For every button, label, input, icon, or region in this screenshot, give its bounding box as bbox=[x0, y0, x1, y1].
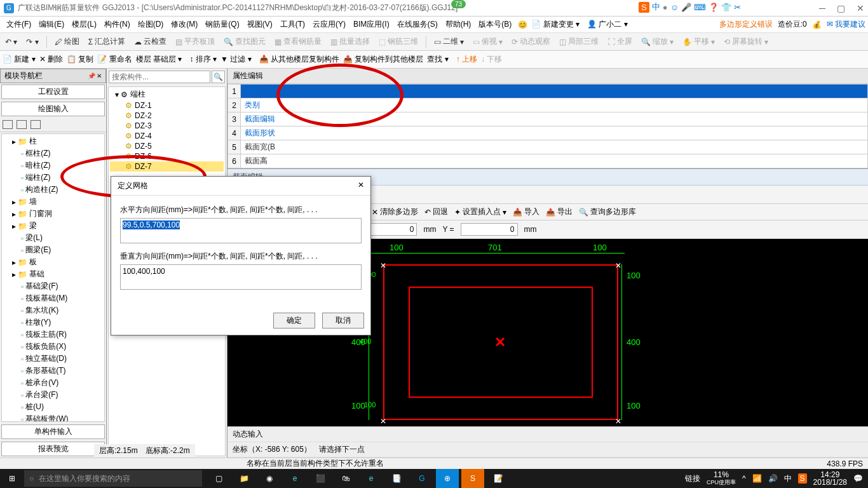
user-label[interactable]: 👤 广小二 ▾ bbox=[583, 19, 632, 30]
h-spacing-input[interactable]: 99.5,0.5,700,100 bbox=[120, 218, 362, 243]
view-icon-3[interactable] bbox=[31, 120, 41, 129]
new-button[interactable]: 📄 新建 ▾ bbox=[3, 54, 36, 65]
search-input[interactable] bbox=[109, 71, 210, 83]
menu-cloud[interactable]: 云应用(Y) bbox=[309, 19, 349, 30]
tray-clock[interactable]: 14:292018/1/28 bbox=[813, 471, 847, 486]
explorer-icon[interactable]: 📁 bbox=[233, 469, 255, 488]
property-row[interactable]: 6截面高 bbox=[228, 154, 868, 168]
menu-version[interactable]: 版本号(B) bbox=[475, 19, 515, 30]
new-change-button[interactable]: 📄 新建变更 ▾ bbox=[527, 19, 583, 30]
dynamic-view-button[interactable]: ⟳ 动态观察 bbox=[509, 36, 553, 47]
sum-button[interactable]: Σ 汇总计算 bbox=[86, 36, 128, 47]
tree-item[interactable]: ▫ 圈梁(E) bbox=[3, 244, 103, 256]
tree-item[interactable]: ▸ 📁 门窗洞 bbox=[3, 208, 103, 220]
menu-modify[interactable]: 修改(M) bbox=[167, 19, 201, 30]
menu-view[interactable]: 视图(V) bbox=[243, 19, 276, 30]
zoom-button[interactable]: 🔍 缩放 ▾ bbox=[639, 36, 676, 47]
tray-sogou-icon[interactable]: S bbox=[798, 473, 807, 484]
rename-button[interactable]: 📝 重命名 bbox=[97, 54, 132, 65]
list-item[interactable]: ⚙ DZ-7 bbox=[110, 161, 224, 172]
list-item[interactable]: ⚙ DZ-6 bbox=[110, 151, 224, 161]
tree-item[interactable]: ▸ 📁 柱 bbox=[3, 135, 103, 147]
copyfrom-button[interactable]: 📥 从其他楼层复制构件 bbox=[259, 54, 339, 65]
import-button[interactable]: 📥 导入 bbox=[513, 207, 539, 217]
list-item[interactable]: ⚙ DZ-4 bbox=[110, 131, 224, 141]
tray-ime-icon[interactable]: 中 bbox=[784, 473, 792, 484]
draw-input-button[interactable]: 绘图输入 bbox=[1, 102, 105, 116]
tree-item[interactable]: ▫ 柱墩(Y) bbox=[3, 316, 103, 329]
rotate-button[interactable]: ⟲ 屏幕旋转 ▾ bbox=[721, 36, 771, 47]
tree-item[interactable]: ▫ 构造柱(Z) bbox=[3, 184, 103, 196]
topview-button[interactable]: ▭ 俯视 ▾ bbox=[470, 36, 505, 47]
app-icon-6[interactable]: 📝 bbox=[487, 469, 510, 488]
tree-item[interactable]: ▫ 暗柱(Z) bbox=[3, 159, 103, 172]
tree-item[interactable]: ▫ 梁(L) bbox=[3, 232, 103, 244]
tree-item[interactable]: ▫ 筏板主筋(R) bbox=[3, 329, 103, 341]
tree-item[interactable]: ▫ 集水坑(K) bbox=[3, 304, 103, 316]
app-icon-3[interactable]: 📑 bbox=[385, 469, 408, 488]
tray-network-icon[interactable]: 📶 bbox=[752, 474, 762, 483]
clear-polygon-button[interactable]: ✕ 清除多边形 bbox=[372, 207, 418, 217]
menu-file[interactable]: 文件(F) bbox=[3, 19, 35, 30]
property-row[interactable]: 5截面宽(B bbox=[228, 140, 868, 154]
undo-button[interactable]: ↶ ▾ bbox=[3, 37, 20, 46]
maximize-button[interactable]: ▢ bbox=[837, 3, 845, 13]
property-row[interactable]: 3截面编辑 bbox=[228, 112, 868, 126]
moveup-button[interactable]: ↑ 上移 bbox=[456, 54, 477, 65]
tree-item[interactable]: ▫ 端柱(Z) bbox=[3, 172, 103, 184]
flat-button[interactable]: ▤ 平齐板顶 bbox=[173, 36, 217, 47]
y-input[interactable] bbox=[461, 223, 518, 236]
filter-button[interactable]: ▼ 过滤 ▾ bbox=[220, 54, 252, 65]
tree-item[interactable]: ▫ 独立基础(D) bbox=[3, 353, 103, 365]
menu-online[interactable]: 在线服务(S) bbox=[393, 19, 442, 30]
menu-bim[interactable]: BIM应用(I) bbox=[349, 19, 393, 30]
delete-button[interactable]: ✕ 删除 bbox=[39, 54, 63, 65]
2d-dropdown[interactable]: ▭ 二维 ▾ bbox=[431, 36, 466, 47]
property-row[interactable]: 1名称 bbox=[228, 85, 868, 98]
list-item[interactable]: ⚙ DZ-3 bbox=[110, 121, 224, 131]
ok-button[interactable]: 确定 bbox=[273, 313, 315, 329]
search-button[interactable]: 🔍 bbox=[212, 71, 225, 83]
emoji-icon[interactable]: 😊 bbox=[518, 20, 527, 29]
pin-icon[interactable]: 📌 bbox=[88, 72, 95, 79]
steel-3d-button[interactable]: ⬚ 钢筋三维 bbox=[376, 36, 421, 47]
sort-button[interactable]: ↕ 排序 ▾ bbox=[189, 54, 217, 65]
pan-button[interactable]: ✋ 平移 ▾ bbox=[680, 36, 717, 47]
ie-icon[interactable]: e bbox=[360, 469, 383, 488]
edge-icon[interactable]: e bbox=[283, 469, 306, 488]
menu-help[interactable]: 帮助(H) bbox=[442, 19, 475, 30]
find-button[interactable]: 查找 ▾ bbox=[427, 54, 448, 65]
tree-item[interactable]: ▸ 📁 板 bbox=[3, 256, 103, 268]
undo-section-button[interactable]: ↶ 回退 bbox=[424, 207, 448, 217]
tray-sound-icon[interactable]: 🔊 bbox=[768, 474, 778, 483]
tree-item[interactable]: ▫ 基础板带(W) bbox=[3, 413, 103, 422]
tree-item[interactable]: ▫ 基础梁(F) bbox=[3, 280, 103, 292]
report-preview-button[interactable]: 报表预览 bbox=[1, 442, 105, 456]
cancel-button[interactable]: 取消 bbox=[322, 313, 364, 329]
start-button[interactable]: ⊞ bbox=[0, 469, 24, 488]
browser-icon[interactable]: G bbox=[410, 469, 433, 488]
view-steel-button[interactable]: ▦ 查看钢筋量 bbox=[272, 36, 324, 47]
app-icon-2[interactable]: ⬛ bbox=[309, 469, 332, 488]
view-icon-2[interactable] bbox=[17, 120, 27, 129]
list-root[interactable]: ▾ ⚙ 端柱 bbox=[110, 88, 224, 100]
menu-edit[interactable]: 编辑(E) bbox=[35, 19, 68, 30]
component-tree[interactable]: ▸ 📁 柱▫ 框柱(Z)▫ 暗柱(Z)▫ 端柱(Z)▫ 构造柱(Z)▸ 📁 墙▸… bbox=[1, 133, 105, 422]
store-icon[interactable]: 🛍 bbox=[334, 469, 357, 488]
query-polygon-button[interactable]: 🔍 查询多边形库 bbox=[579, 207, 636, 217]
tree-item[interactable]: ▫ 承台梁(F) bbox=[3, 389, 103, 401]
list-item[interactable]: ⚙ DZ-1 bbox=[110, 100, 224, 111]
fullscreen-button[interactable]: ⛶ 全屏 bbox=[605, 36, 635, 47]
tree-item[interactable]: ▫ 筏板负筋(X) bbox=[3, 341, 103, 353]
movedown-button[interactable]: ↓ 下移 bbox=[481, 54, 502, 65]
property-row[interactable]: 4截面形状 bbox=[228, 126, 868, 140]
copy-button[interactable]: 📋 复制 bbox=[67, 54, 93, 65]
menu-steel[interactable]: 钢筋量(Q) bbox=[201, 19, 243, 30]
view-icon-1[interactable] bbox=[3, 120, 13, 129]
tray-notification-icon[interactable]: 💬 bbox=[853, 474, 863, 483]
tree-item[interactable]: ▫ 筏板基础(M) bbox=[3, 292, 103, 304]
ime-lang[interactable]: 中 bbox=[652, 1, 660, 13]
export-button[interactable]: 📤 导出 bbox=[546, 207, 573, 217]
panel-close-icon[interactable]: ✕ bbox=[97, 72, 102, 79]
tree-item[interactable]: ▸ 📁 墙 bbox=[3, 196, 103, 208]
